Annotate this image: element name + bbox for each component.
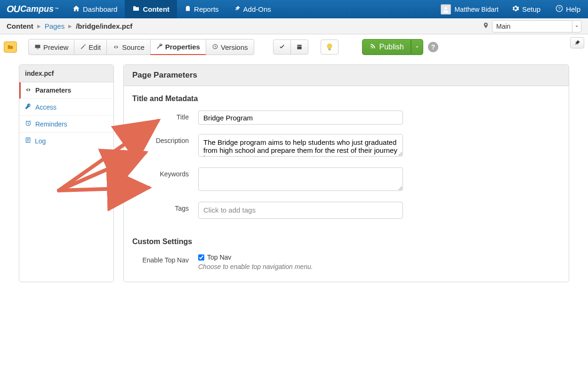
svg-rect-5: [329, 49, 330, 50]
nav-reports-label: Reports: [194, 5, 219, 13]
nav-help[interactable]: ? Help: [548, 0, 588, 18]
publish-label: Publish: [379, 43, 404, 51]
nav-addons-label: Add-Ons: [243, 5, 271, 13]
sidebar-reminders-label: Reminders: [35, 120, 67, 128]
enable-top-nav-cklabel: Top Nav: [207, 253, 231, 261]
folder-toggle-button[interactable]: [4, 41, 17, 53]
key-icon: [25, 103, 32, 111]
clipboard-icon: [185, 5, 191, 14]
tab-edit-label: Edit: [89, 43, 101, 51]
enable-top-nav-checkbox[interactable]: [198, 254, 204, 261]
nav-dashboard[interactable]: Dashboard: [65, 0, 125, 18]
check-in-button[interactable]: [273, 40, 291, 55]
brand-prefix: OU: [7, 4, 20, 15]
svg-rect-4: [37, 48, 38, 49]
tab-source[interactable]: Source: [106, 39, 151, 55]
keywords-field[interactable]: [198, 167, 403, 191]
chevron-right-icon: ▶: [68, 24, 72, 29]
user-menu[interactable]: Matthew Bidart: [435, 0, 504, 18]
code-icon: [113, 43, 120, 51]
lightbulb-status-button[interactable]: [321, 40, 338, 55]
history-icon: [212, 43, 218, 51]
location-pin-icon[interactable]: [483, 21, 489, 31]
pin-icon: [234, 5, 241, 14]
crumb-pages[interactable]: Pages: [45, 22, 65, 30]
brand-suffix: Campus: [20, 4, 54, 14]
publish-button-group: Publish: [362, 39, 423, 55]
description-field[interactable]: [198, 134, 403, 157]
pin-toolbar-button[interactable]: [570, 37, 584, 48]
context-help-button[interactable]: ?: [428, 42, 438, 52]
wrench-icon: [156, 43, 163, 51]
gear-icon: [512, 5, 519, 14]
nav-content-label: Content: [143, 5, 169, 13]
site-select-value: Main: [496, 23, 510, 30]
pencil-icon: [80, 43, 86, 51]
publish-button[interactable]: Publish: [362, 39, 411, 55]
document-icon: [25, 137, 31, 145]
sidebar-header: index.pcf: [19, 65, 113, 82]
properties-sidebar: index.pcf Parameters Access Reminders Lo…: [19, 64, 114, 282]
top-nav: OU Campus ™ Dashboard Content Reports Ad…: [0, 0, 588, 18]
nav-content[interactable]: Content: [125, 0, 177, 18]
site-select[interactable]: Main: [492, 20, 581, 32]
sidebar-access-label: Access: [35, 103, 56, 111]
help-icon: ?: [556, 5, 563, 14]
crumb-root: Content: [7, 22, 33, 30]
svg-point-0: [444, 7, 447, 9]
breadcrumb: Content ▶ Pages ▶ /bridge/index.pcf Main: [0, 18, 588, 34]
title-field[interactable]: [198, 111, 403, 125]
tab-source-label: Source: [122, 43, 145, 51]
tab-properties[interactable]: Properties: [150, 39, 206, 55]
monitor-icon: [34, 43, 41, 51]
nav-addons[interactable]: Add-Ons: [226, 0, 279, 18]
nav-setup[interactable]: Setup: [504, 0, 548, 18]
brand-logo[interactable]: OU Campus ™: [0, 0, 65, 18]
page-toolbar: Preview Edit Source Properties Versions: [0, 34, 588, 64]
label-title: Title: [132, 111, 198, 121]
section-title-metadata: Title and Metadata: [132, 95, 560, 103]
broadcast-icon: [369, 42, 377, 52]
tab-properties-label: Properties: [165, 43, 200, 51]
avatar-icon: [441, 4, 451, 15]
sidebar-log-label: Log: [35, 137, 46, 145]
nav-help-label: Help: [566, 5, 580, 13]
label-description: Description: [132, 134, 198, 144]
page-tabs: Preview Edit Source Properties Versions: [28, 39, 254, 55]
nav-setup-label: Setup: [522, 5, 540, 13]
tags-field[interactable]: Click to add tags: [198, 202, 403, 219]
tab-edit[interactable]: Edit: [74, 39, 107, 55]
nav-reports[interactable]: Reports: [177, 0, 226, 18]
folder-icon: [132, 5, 140, 14]
sidebar-item-reminders[interactable]: Reminders: [19, 116, 113, 133]
save-version-button[interactable]: [290, 40, 308, 55]
clock-icon: [25, 120, 32, 128]
home-icon: [72, 5, 80, 14]
sidebar-item-access[interactable]: Access: [19, 99, 113, 116]
chevron-right-icon: ▶: [37, 24, 41, 29]
svg-rect-3: [35, 45, 40, 48]
label-enable-top-nav: Enable Top Nav: [132, 253, 198, 264]
section-title-custom: Custom Settings: [132, 237, 560, 246]
svg-text:?: ?: [558, 6, 561, 11]
code-icon: [25, 87, 32, 94]
brand-tm: ™: [55, 7, 58, 11]
tab-preview-label: Preview: [43, 43, 68, 51]
nav-dashboard-label: Dashboard: [83, 5, 117, 13]
user-name: Matthew Bidart: [455, 6, 499, 13]
panel-header: Page Parameters: [124, 65, 569, 86]
label-tags: Tags: [132, 202, 198, 212]
crumb-path: /bridge/index.pcf: [76, 22, 132, 30]
tab-versions-label: Versions: [221, 43, 248, 51]
sidebar-item-parameters[interactable]: Parameters: [19, 82, 113, 99]
sidebar-parameters-label: Parameters: [35, 87, 71, 94]
enable-top-nav-help: Choose to enable top navigation menu.: [198, 263, 403, 270]
tab-versions[interactable]: Versions: [206, 39, 254, 55]
tab-preview[interactable]: Preview: [28, 39, 74, 55]
sidebar-item-log[interactable]: Log: [19, 133, 113, 149]
label-keywords: Keywords: [132, 167, 198, 178]
publish-dropdown-button[interactable]: [411, 39, 423, 55]
chevron-down-icon: [572, 21, 580, 32]
main-content: index.pcf Parameters Access Reminders Lo…: [0, 64, 588, 301]
page-parameters-panel: Page Parameters Title and Metadata Title…: [123, 64, 569, 282]
